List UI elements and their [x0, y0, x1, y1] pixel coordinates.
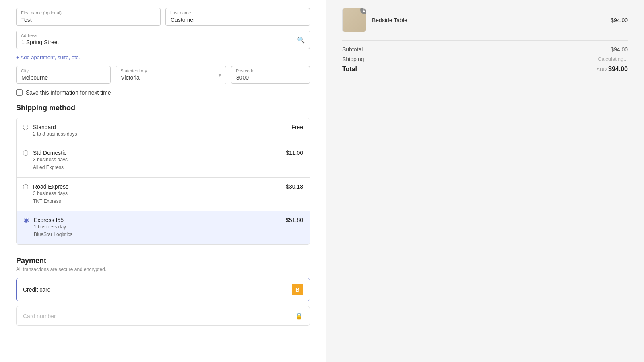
total-currency: AUD: [597, 67, 607, 72]
shipping-label: Shipping: [342, 56, 364, 62]
shipping-meta-express-i55: 1 business dayBlueStar Logistics: [34, 223, 286, 239]
last-name-input[interactable]: [165, 8, 310, 26]
shipping-option-std-domestic[interactable]: Std Domestic 3 business daysAllied Expre…: [17, 144, 310, 177]
postcode-field: Postcode: [231, 66, 310, 84]
shipping-options-list: Standard 2 to 8 business days Free Std D…: [16, 118, 310, 245]
lock-icon: 🔒: [295, 312, 303, 320]
payment-section-title: Payment: [16, 257, 310, 265]
credit-card-option[interactable]: Credit card B: [16, 278, 310, 301]
location-row: City State/territory Victoria New South …: [16, 66, 310, 84]
shipping-price-std-domestic: $11.00: [286, 150, 303, 156]
address-row: Address 🔍: [16, 31, 310, 49]
shipping-row: Shipping Calculating...: [342, 56, 628, 62]
shipping-option-standard[interactable]: Standard 2 to 8 business days Free: [17, 118, 310, 144]
shipping-radio-standard[interactable]: [23, 125, 28, 130]
shipping-option-express-i55[interactable]: Express I55 1 business dayBlueStar Logis…: [17, 211, 310, 244]
total-value: $94.00: [608, 66, 628, 72]
order-totals: Subtotal $94.00 Shipping Calculating... …: [342, 40, 628, 73]
payment-subtitle: All transactions are secure and encrypte…: [16, 267, 310, 272]
first-name-field: First name (optional): [16, 8, 161, 26]
shipping-option-road-express[interactable]: Road Express 3 business daysTNT Express …: [17, 178, 310, 211]
total-label: Total: [342, 66, 357, 73]
save-info-label[interactable]: Save this information for next time: [26, 89, 111, 96]
subtotal-label: Subtotal: [342, 46, 363, 53]
shipping-meta-standard: 2 to 8 business days: [33, 130, 291, 138]
product-name: Bedside Table: [372, 17, 605, 23]
address-search-icon: 🔍: [297, 36, 305, 44]
shipping-meta-road-express: 3 business daysTNT Express: [33, 190, 286, 205]
product-price: $94.00: [611, 17, 628, 23]
order-summary-panel: 2 Bedside Table $94.00 Subtotal $94.00 S…: [326, 0, 644, 362]
product-thumbnail: 2: [342, 8, 366, 32]
shipping-name-road-express: Road Express: [33, 183, 286, 190]
save-info-checkbox[interactable]: [16, 89, 23, 96]
card-number-placeholder: Card number: [23, 313, 56, 319]
total-amount: AUD$94.00: [597, 66, 628, 73]
address-field: Address 🔍: [16, 31, 310, 49]
card-number-field[interactable]: Card number 🔒: [16, 306, 310, 326]
shipping-value: Calculating...: [598, 56, 628, 62]
shipping-name-std-domestic: Std Domestic: [33, 150, 286, 156]
order-item: 2 Bedside Table $94.00: [342, 8, 628, 32]
shipping-radio-express-i55[interactable]: [24, 218, 29, 223]
postcode-input[interactable]: [231, 66, 310, 84]
shipping-price-standard: Free: [291, 124, 303, 130]
subtotal-value: $94.00: [611, 46, 628, 53]
credit-card-header: Credit card B: [17, 278, 310, 301]
state-select[interactable]: Victoria New South Wales Queensland: [116, 66, 226, 84]
address-input[interactable]: [16, 31, 310, 49]
total-row: Total AUD$94.00: [342, 66, 628, 73]
braintree-badge: B: [292, 284, 303, 295]
shipping-name-standard: Standard: [33, 124, 291, 130]
shipping-name-express-i55: Express I55: [34, 217, 286, 223]
shipping-price-road-express: $30.18: [286, 183, 303, 190]
add-apartment-link[interactable]: + Add apartment, suite, etc.: [16, 54, 80, 60]
shipping-meta-std-domestic: 3 business daysAllied Express: [33, 156, 286, 171]
state-field: State/territory Victoria New South Wales…: [116, 66, 226, 84]
checkout-form: First name (optional) Last name Address …: [0, 0, 326, 362]
first-name-input[interactable]: [16, 8, 161, 26]
subtotal-row: Subtotal $94.00: [342, 46, 628, 53]
save-info-row: Save this information for next time: [16, 89, 310, 96]
city-field: City: [16, 66, 111, 84]
shipping-price-express-i55: $51.80: [286, 217, 303, 223]
credit-card-label: Credit card: [23, 286, 50, 293]
shipping-radio-std-domestic[interactable]: [23, 150, 28, 156]
shipping-radio-road-express[interactable]: [23, 184, 28, 189]
name-row: First name (optional) Last name: [16, 8, 310, 26]
shipping-section-title: Shipping method: [16, 104, 310, 112]
city-input[interactable]: [16, 66, 111, 84]
last-name-field: Last name: [165, 8, 310, 26]
